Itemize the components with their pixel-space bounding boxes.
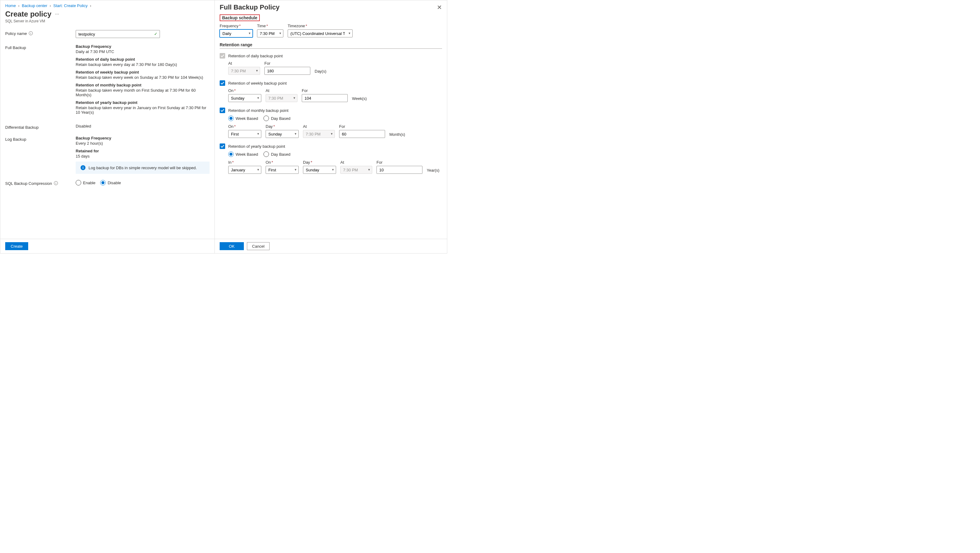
checkmark-icon: ✓ [154, 32, 158, 36]
breadcrumb-backup-center[interactable]: Backup center [22, 3, 47, 8]
frequency-label: Frequency [220, 24, 238, 28]
weekly-on-select[interactable]: Sunday [228, 94, 261, 102]
weekly-unit-label: Week(s) [352, 96, 367, 102]
daily-retention-cb-label: Retention of daily backup point [228, 54, 283, 58]
weekly-retention-cb-label: Retention of weekly backup point [228, 81, 287, 86]
compression-disable-label: Disable [108, 180, 121, 185]
compression-disable-radio[interactable]: Disable [100, 180, 121, 185]
full-backup-policy-panel: Full Backup Policy ✕ Backup schedule Fre… [215, 0, 447, 253]
time-label: Time [257, 24, 266, 28]
yearly-day-select[interactable]: Sunday [303, 166, 336, 174]
differential-backup-label: Differential Backup [5, 125, 38, 130]
cancel-button[interactable]: Cancel [247, 242, 270, 250]
info-icon[interactable]: i [29, 31, 33, 35]
monthly-at-select: 7:30 PM [303, 130, 335, 138]
weekly-for-label: For [302, 88, 348, 93]
monthly-day-label: Day [266, 124, 273, 129]
page-title: Create policy [5, 10, 51, 18]
monthly-on-select[interactable]: First [228, 130, 261, 138]
create-policy-panel: Home › Backup center › Start: Create Pol… [0, 0, 215, 253]
page-subtitle: SQL Server in Azure VM [0, 18, 215, 27]
yearly-in-label: In [228, 160, 232, 165]
compression-enable-radio[interactable]: Enable [76, 180, 95, 185]
daily-at-label: At [228, 61, 260, 65]
daily-retention-title: Retention of daily backup point [76, 57, 210, 62]
yearly-for-label: For [377, 160, 422, 165]
monthly-retention-cb-label: Retention of monthly backup point [228, 108, 289, 113]
log-backup-label: Log Backup [5, 137, 26, 142]
full-backup-label: Full Backup [5, 45, 26, 50]
daily-for-label: For [264, 61, 310, 65]
info-icon[interactable]: i [54, 181, 58, 185]
yearly-in-select[interactable]: January [228, 166, 261, 174]
monthly-for-label: For [339, 124, 385, 129]
retention-range-label: Retention range [220, 42, 442, 47]
policy-name-label: Policy name [5, 31, 27, 36]
breadcrumb-home[interactable]: Home [5, 3, 16, 8]
yearly-retention-title: Retention of yearly backup point [76, 100, 210, 105]
ok-button[interactable]: OK [220, 242, 244, 250]
full-backup-freq-title: Backup Frequency [76, 44, 210, 49]
panel-title: Full Backup Policy [220, 3, 280, 11]
weekly-on-label: On [228, 88, 234, 93]
weekly-retention-value: Retain backup taken every week on Sunday… [76, 75, 210, 80]
log-backup-freq-value: Every 2 hour(s) [76, 141, 210, 146]
yearly-day-based-radio[interactable]: Day Based [264, 151, 290, 157]
weekly-retention-checkbox[interactable] [220, 80, 225, 86]
log-backup-retained-title: Retained for [76, 149, 210, 153]
monthly-day-based-radio[interactable]: Day Based [264, 116, 290, 121]
differential-backup-value: Disabled [76, 124, 91, 128]
monthly-retention-value: Retain backup taken every month on First… [76, 88, 210, 97]
monthly-on-label: On [228, 124, 234, 129]
monthly-day-select[interactable]: Sunday [266, 130, 299, 138]
daily-retention-value: Retain backup taken every day at 7:30 PM… [76, 62, 210, 67]
log-backup-retained-value: 15 days [76, 154, 210, 158]
yearly-week-based-radio[interactable]: Week Based [228, 151, 258, 157]
monthly-day-based-label: Day Based [271, 116, 290, 121]
yearly-on-select[interactable]: First [266, 166, 299, 174]
log-backup-info-banner: i Log backup for DBs in simple recovery … [76, 161, 210, 174]
monthly-at-label: At [303, 124, 335, 129]
daily-retention-checkbox [220, 53, 225, 59]
info-icon: i [81, 165, 86, 170]
timezone-select[interactable]: (UTC) Coordinated Universal Time [288, 29, 353, 37]
weekly-retention-title: Retention of weekly backup point [76, 70, 210, 75]
yearly-unit-label: Year(s) [427, 168, 439, 174]
yearly-retention-value: Retain backup taken every year in Januar… [76, 105, 210, 115]
daily-at-select: 7:30 PM [228, 67, 260, 75]
log-backup-freq-title: Backup Frequency [76, 136, 210, 140]
yearly-at-label: At [340, 160, 372, 165]
create-button[interactable]: Create [5, 242, 28, 250]
daily-for-input[interactable] [264, 67, 310, 75]
daily-unit-label: Day(s) [315, 69, 326, 75]
yearly-day-based-label: Day Based [271, 152, 290, 157]
breadcrumb: Home › Backup center › Start: Create Pol… [0, 0, 215, 9]
yearly-retention-checkbox[interactable] [220, 143, 225, 149]
weekly-at-label: At [266, 88, 298, 93]
more-icon[interactable]: ··· [55, 11, 59, 17]
compression-enable-label: Enable [83, 180, 95, 185]
weekly-at-select: 7:30 PM [266, 94, 298, 102]
monthly-for-input[interactable] [339, 130, 385, 138]
compression-label: SQL Backup Compression [5, 181, 52, 186]
log-backup-info-text: Log backup for DBs in simple recovery mo… [89, 166, 197, 170]
yearly-week-based-label: Week Based [235, 152, 258, 157]
breadcrumb-start-create-policy[interactable]: Start: Create Policy [53, 3, 88, 8]
weekly-for-input[interactable] [302, 94, 348, 102]
backup-schedule-label: Backup schedule [220, 14, 260, 21]
yearly-for-input[interactable] [377, 166, 422, 174]
yearly-day-label: Day [303, 160, 310, 165]
full-backup-freq-value: Daily at 7:30 PM UTC [76, 49, 210, 54]
yearly-on-label: On [266, 160, 271, 165]
monthly-week-based-label: Week Based [235, 116, 258, 121]
monthly-retention-title: Retention of monthly backup point [76, 83, 210, 88]
time-select[interactable]: 7:30 PM [257, 29, 283, 37]
monthly-week-based-radio[interactable]: Week Based [228, 116, 258, 121]
close-icon[interactable]: ✕ [437, 4, 442, 11]
yearly-retention-cb-label: Retention of yearly backup point [228, 144, 285, 149]
monthly-retention-checkbox[interactable] [220, 108, 225, 113]
timezone-label: Timezone [288, 24, 305, 28]
yearly-at-select: 7:30 PM [340, 166, 372, 174]
frequency-select[interactable]: Daily [220, 29, 253, 37]
policy-name-input[interactable] [76, 30, 160, 38]
